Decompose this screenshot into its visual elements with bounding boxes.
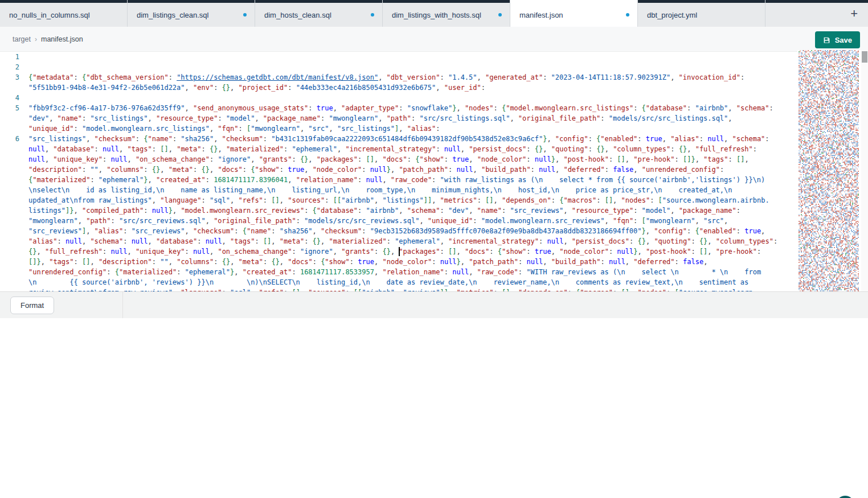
code-line: review_sentiment\nfrom raw_reviews", "la…: [0, 287, 797, 291]
line-number: 6: [0, 134, 28, 144]
line-number: 3: [0, 72, 28, 83]
line-number: [0, 287, 28, 291]
code-text: updated_at\nfrom raw_listings", "languag…: [28, 195, 769, 205]
tab-no_nulls_in_columns.sql[interactable]: no_nulls_in_columns.sql: [0, 0, 128, 27]
unsaved-changes-icon[interactable]: [498, 13, 502, 17]
tab-dim_listings_clean.sql[interactable]: dim_listings_clean.sql: [128, 0, 255, 27]
code-text: "fbb9f3c2-cf96-4a17-b736-976a62d35ff9", …: [28, 103, 773, 113]
line-number: [0, 154, 28, 164]
save-icon: [823, 36, 830, 44]
unsaved-changes-icon[interactable]: [243, 13, 247, 17]
minimap[interactable]: [797, 50, 861, 291]
line-number: 5: [0, 103, 28, 113]
line-number: [0, 83, 28, 93]
code-line: "unique_id": "model.mwonglearn.src_listi…: [0, 124, 797, 134]
tab-label: dim_listings_clean.sql: [137, 11, 208, 19]
code-text: listings"]}, "compiled_path": null}, "mo…: [28, 205, 740, 216]
line-number: [0, 226, 28, 236]
tab-strip-filler: +: [765, 0, 868, 27]
code-text: {"materialized": "ephemeral"}, "created_…: [28, 175, 765, 185]
code-line: []}, "tags": [], "description": "", "col…: [0, 257, 797, 267]
code-text: null, "database": null, "tags": [], "met…: [28, 144, 757, 154]
code-text: "src_reviews"], "alias": "src_reviews", …: [28, 226, 765, 236]
tab-label: no_nulls_in_columns.sql: [9, 11, 90, 19]
code-line: updated_at\nfrom raw_listings", "languag…: [0, 195, 797, 205]
line-number: [0, 185, 28, 195]
code-line: 4: [0, 93, 797, 103]
code-text: "unique_id": "model.mwonglearn.src_listi…: [28, 124, 440, 134]
code-line: 1: [0, 52, 797, 62]
code-line: listings"]}, "compiled_path": null}, "mo…: [0, 205, 797, 216]
code-line: "description": "", "columns": {}, "meta"…: [0, 164, 797, 175]
line-number: [0, 205, 28, 216]
editor-action-bar: Format: [0, 291, 868, 318]
code-line: \n {{ source('airbnb', 'reviews') }}\n \…: [0, 277, 797, 287]
code-line: \nselect\n id as listing_id,\n name as l…: [0, 185, 797, 195]
code-line: "dev", "name": "src_listings", "resource…: [0, 113, 797, 124]
new-file-button[interactable]: +: [847, 7, 861, 22]
code-line: {"materialized": "ephemeral"}, "created_…: [0, 175, 797, 185]
text-cursor: [399, 247, 400, 256]
line-number: [0, 216, 28, 226]
tab-strip: no_nulls_in_columns.sqldim_listings_clea…: [0, 0, 868, 27]
code-line: "src_reviews"], "alias": "src_reviews", …: [0, 226, 797, 236]
line-number: [0, 124, 28, 134]
results-panel: [0, 318, 868, 498]
code-text: "mwonglearn", "path": "src/src_reviews.s…: [28, 216, 728, 226]
format-cell: Format: [0, 292, 123, 318]
line-number: [0, 267, 28, 277]
code-line: null, "database": null, "tags": [], "met…: [0, 144, 797, 154]
code-text: \n {{ source('airbnb', 'reviews') }}\n \…: [28, 277, 748, 287]
code-text: "5f51bb91-94b8-4e31-94f2-26b5e061d22a", …: [28, 83, 485, 93]
chevron-right-icon: ›: [35, 35, 37, 43]
format-button[interactable]: Format: [10, 297, 54, 314]
code-text: {"metadata": {"dbt_schema_version": "htt…: [28, 72, 744, 83]
line-number: [0, 236, 28, 246]
line-number: [0, 164, 28, 175]
tab-label: manifest.json: [519, 11, 563, 19]
line-number: [0, 257, 28, 267]
code-line: "mwonglearn", "path": "src/src_reviews.s…: [0, 216, 797, 226]
line-number: [0, 175, 28, 185]
tab-manifest.json[interactable]: manifest.json: [510, 0, 638, 27]
line-number: [0, 246, 28, 257]
line-number: [0, 277, 28, 287]
code-text: \nselect\n id as listing_id,\n name as l…: [28, 185, 732, 195]
tab-dbt_project.yml[interactable]: dbt_project.yml: [638, 0, 765, 27]
code-text: "unrendered_config": {"materialized": "e…: [28, 267, 761, 277]
tab-dim_listings_with_hosts.sql[interactable]: dim_listings_with_hosts.sql: [383, 0, 510, 27]
breadcrumb-bar: target › manifest.json Save: [0, 27, 868, 52]
code-line: 2: [0, 62, 797, 72]
code-line: 6"src_listings", "checksum": {"name": "s…: [0, 134, 797, 144]
scrollbar-thumb[interactable]: [862, 51, 867, 63]
save-button-label: Save: [835, 36, 852, 44]
tab-label: dim_hosts_clean.sql: [264, 11, 331, 19]
unsaved-changes-icon[interactable]: [371, 13, 374, 17]
code-line: null, "unique_key": null, "on_schema_cha…: [0, 154, 797, 164]
unsaved-changes-icon[interactable]: [626, 13, 629, 17]
tab-dim_hosts_clean.sql[interactable]: dim_hosts_clean.sql: [255, 0, 383, 27]
code-line: 3{"metadata": {"dbt_schema_version": "ht…: [0, 72, 797, 83]
breadcrumb-file[interactable]: manifest.json: [41, 35, 83, 43]
code-text: review_sentiment\nfrom raw_reviews", "la…: [28, 287, 757, 291]
open-tabs: no_nulls_in_columns.sqldim_listings_clea…: [0, 0, 765, 27]
line-number: 1: [0, 52, 28, 62]
editor-scrollbar[interactable]: [861, 50, 868, 291]
code-text: "dev", "name": "src_listings", "resource…: [28, 113, 732, 124]
code-text: "src_listings", "checksum": {"name": "sh…: [28, 134, 769, 144]
code-text: {}, "full_refresh": null, "unique_key": …: [28, 246, 761, 257]
line-number: 4: [0, 93, 28, 103]
line-number: [0, 144, 28, 154]
code-text: []}, "tags": [], "description": "", "col…: [28, 257, 707, 267]
code-text: "alias": null, "schema": null, "database…: [28, 236, 777, 246]
save-button[interactable]: Save: [815, 31, 860, 48]
breadcrumb: target › manifest.json: [13, 35, 83, 43]
tab-label: dbt_project.yml: [647, 11, 697, 19]
breadcrumb-folder[interactable]: target: [13, 35, 31, 43]
line-number: [0, 113, 28, 124]
code-text: null, "unique_key": null, "on_schema_cha…: [28, 154, 749, 164]
code-text: "description": "", "columns": {}, "meta"…: [28, 164, 724, 175]
code-line: "5f51bb91-94b8-4e31-94f2-26b5e061d22a", …: [0, 83, 797, 93]
code-line: "unrendered_config": {"materialized": "e…: [0, 267, 797, 277]
ide-window: no_nulls_in_columns.sqldim_listings_clea…: [0, 0, 868, 498]
